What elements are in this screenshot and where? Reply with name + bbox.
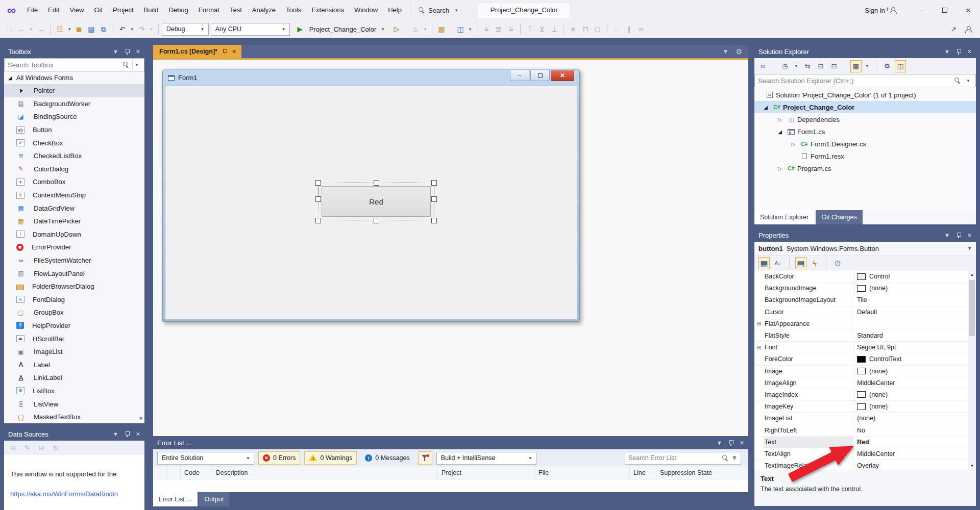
window-close-button[interactable]: ✕ (957, 0, 980, 20)
error-column-project[interactable]: Project (438, 467, 535, 479)
tab-solution-explorer[interactable]: Solution Explorer (754, 210, 814, 224)
property-row-flatstyle[interactable]: FlatStyleStandard (754, 330, 968, 342)
expander-closed-icon[interactable]: ▷ (788, 141, 798, 147)
expander-open-icon[interactable]: ◢ (761, 105, 771, 110)
tree-item-form1-resx[interactable]: Form1.resx (754, 150, 976, 162)
property-value[interactable]: (none) (853, 415, 968, 422)
error-column-suppression-state[interactable]: Suppression State (656, 467, 748, 479)
toolbox-item-flowlayoutpanel[interactable]: ▥FlowLayoutPanel (4, 267, 144, 280)
toolbox-item-filesystemwatcher[interactable]: ∞FileSystemWatcher (4, 254, 144, 267)
start-without-debugging-icon[interactable]: ▷ (390, 22, 403, 36)
toolbox-item-datetimepicker[interactable]: ▦DateTimePicker (4, 215, 144, 228)
tree-item-form1-cs[interactable]: ◢Form1.cs (754, 125, 976, 138)
error-scope-combo[interactable]: Entire Solution▼ (157, 452, 254, 465)
error-column-description[interactable]: Description (212, 467, 438, 479)
property-row-imagelist[interactable]: ImageList(none) (754, 413, 968, 424)
designer-canvas[interactable]: Form1 ─ ✕ Red (153, 60, 748, 436)
property-row-textalign[interactable]: TextAlignMiddleCenter (754, 448, 968, 460)
collapse-all-icon[interactable]: ⊟ (815, 60, 826, 72)
tree-item-form1-designer-cs[interactable]: ▷C#Form1.Designer.cs (754, 138, 976, 150)
error-list-search-input[interactable]: Search Error List ▼ (625, 452, 741, 465)
toolbox-item-checkbox[interactable]: ✔CheckBox (4, 136, 144, 149)
menu-item-project[interactable]: Project (108, 0, 138, 20)
menu-item-format[interactable]: Format (193, 0, 225, 20)
chevron-down-icon[interactable]: ▼ (129, 27, 136, 32)
designed-button-red[interactable]: Red (322, 186, 431, 217)
toolbox-item-helpprovider[interactable]: ?HelpProvider (4, 319, 144, 333)
tree-item-solution-project-change-color-1-of-1-project-[interactable]: ∞Solution 'Project_Change_Color' (1 of 1… (754, 89, 976, 101)
scroll-down-icon[interactable]: ▼ (138, 416, 143, 421)
expander-closed-icon[interactable]: ▷ (775, 117, 785, 122)
designer-align-icon[interactable]: ≣ (493, 22, 505, 36)
property-row-text[interactable]: TextRed (754, 437, 968, 448)
designed-form-window[interactable]: Form1 ─ ✕ Red (162, 69, 580, 322)
menu-item-analyze[interactable]: Analyze (247, 0, 281, 20)
toolbox-header[interactable]: Toolbox ▼ ✕ (4, 45, 144, 58)
form-minimize-button[interactable]: ─ (510, 70, 529, 81)
edit-data-source-icon[interactable]: ✎ (24, 444, 31, 452)
property-value[interactable]: Control (853, 273, 968, 280)
active-files-dropdown-icon[interactable]: ▼ (723, 48, 729, 55)
property-row-backgroundimagelayout[interactable]: BackgroundImageLayoutTile (754, 294, 968, 306)
designer-align-icon[interactable]: ∗ (567, 22, 579, 36)
window-position-icon[interactable]: ▼ (113, 48, 118, 55)
toolbox-item-datagridview[interactable]: ▦DataGridView (4, 201, 144, 215)
designed-form-surface[interactable]: Red (165, 86, 577, 319)
property-row-backcolor[interactable]: BackColorControl (754, 271, 968, 283)
configure-data-source-icon[interactable]: ⊞ (38, 444, 44, 452)
chevron-down-icon[interactable]: ▼ (66, 27, 73, 32)
close-icon[interactable]: ✕ (136, 48, 140, 55)
selection-handle[interactable] (315, 218, 321, 223)
error-column-icon[interactable] (153, 467, 167, 479)
new-project-icon[interactable]: ☷ (54, 22, 66, 36)
toolbox-group-all-windows-forms[interactable]: ◢ All Windows Forms (4, 71, 144, 84)
property-value[interactable]: Standard (853, 332, 968, 339)
build-intellisense-combo[interactable]: Build + IntelliSense▼ (436, 452, 536, 465)
solution-explorer-search-input[interactable]: Search Solution Explorer (Ctrl+;) ▼ (754, 74, 976, 87)
property-row-imageindex[interactable]: ImageIndex(none) (754, 389, 968, 401)
expander-closed-icon[interactable]: ▷ (775, 166, 785, 171)
tab-error-list-[interactable]: Error List ... (153, 492, 198, 506)
quick-search[interactable]: Search ▼ (413, 7, 465, 14)
toolbox-item-contextmenustrip[interactable]: ≡ContextMenuStrip (4, 189, 144, 202)
property-value[interactable]: Segoe UI, 9pt (853, 344, 968, 351)
form-close-button[interactable]: ✕ (551, 70, 574, 81)
categorized-view-icon[interactable]: ▦ (758, 257, 770, 269)
property-row-textimagerelation[interactable]: TextImageRelationOverlay (754, 460, 968, 470)
toolbox-item-hscrollbar[interactable]: ◂▸HScrollBar (4, 332, 144, 345)
properties-wrench-icon[interactable]: ⚙ (881, 60, 893, 72)
tree-item-program-cs[interactable]: ▷C#Program.cs (754, 162, 976, 174)
toolbox-item-colordialog[interactable]: ✎ColorDialog (4, 163, 144, 176)
menu-item-view[interactable]: View (64, 0, 89, 20)
data-binding-help-link[interactable]: https://aka.ms/WinForms/DataBindin (10, 490, 138, 498)
add-data-source-icon[interactable]: ⊕ (10, 444, 16, 452)
gear-icon[interactable]: ⚙ (736, 47, 742, 56)
window-minimize-button[interactable]: — (910, 0, 933, 20)
undo-icon[interactable]: ↶ (116, 22, 129, 36)
designer-align-icon[interactable]: ⊻ (536, 22, 548, 36)
property-row-image[interactable]: Image(none) (754, 366, 968, 377)
navigate-forward-icon[interactable]: → (35, 22, 47, 36)
tree-item-project-change-color[interactable]: ◢C#Project_Change_Color (754, 101, 976, 113)
expander-open-icon[interactable]: ◢ (775, 129, 785, 135)
designer-align-icon[interactable]: ∥ (623, 22, 635, 36)
data-sources-header[interactable]: Data Sources ▼ ✕ (4, 427, 144, 441)
save-all-icon[interactable]: ⧉ (97, 22, 110, 36)
properties-header[interactable]: Properties ▼ ✕ (754, 228, 976, 242)
toolbox-item-checkedlistbox[interactable]: ≣CheckedListBox (4, 149, 144, 163)
toolbox-search-input[interactable]: Search Toolbox ▼ (4, 58, 144, 71)
toolbox-item-combobox[interactable]: ▾ComboBox (4, 175, 144, 189)
chevron-down-icon[interactable]: ▼ (793, 64, 800, 68)
live-preview-icon[interactable]: ◫ (454, 22, 467, 36)
error-column-file[interactable]: File (535, 467, 630, 479)
pin-icon[interactable] (222, 48, 227, 55)
menu-item-window[interactable]: Window (349, 0, 383, 20)
pin-icon[interactable] (956, 48, 961, 55)
designer-align-icon[interactable]: ◌ (610, 22, 623, 36)
menu-item-edit[interactable]: Edit (43, 0, 64, 20)
solution-configuration-combo[interactable]: Debug▼ (162, 23, 209, 36)
sign-in-person-icon[interactable]: + (889, 7, 896, 14)
warnings-filter-button[interactable]: 0 Warnings (304, 451, 357, 465)
show-all-files-icon[interactable]: ▩ (850, 60, 862, 72)
menu-item-tools[interactable]: Tools (281, 0, 306, 20)
